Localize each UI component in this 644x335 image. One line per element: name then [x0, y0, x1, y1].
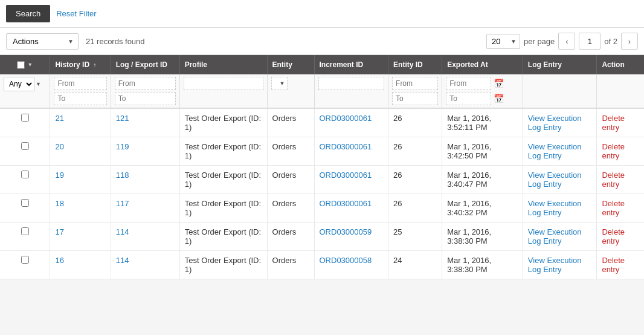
- th-entity-id: Entity ID: [388, 55, 442, 74]
- row-profile: Test Order Export (ID: 1): [179, 137, 267, 166]
- filter-log-from[interactable]: [115, 77, 176, 90]
- increment-id-link[interactable]: ORD03000059: [320, 227, 372, 236]
- filter-entityid-from[interactable]: [392, 77, 438, 90]
- filter-increment-id[interactable]: [318, 77, 385, 90]
- row-entity-id: 26: [388, 137, 442, 166]
- row-checkbox[interactable]: [21, 227, 29, 235]
- page-number-input[interactable]: [579, 33, 601, 50]
- row-log-id: 114: [111, 223, 179, 251]
- master-checkbox[interactable]: [17, 61, 25, 69]
- table-row: 16 114 Test Order Export (ID: 1) Orders …: [0, 251, 644, 279]
- row-entity: Orders: [267, 223, 314, 251]
- search-button[interactable]: Search: [6, 5, 50, 22]
- log-entry-link[interactable]: Log Entry: [528, 123, 562, 132]
- row-log-entry: View Execution Log Entry: [523, 108, 597, 137]
- th-exported-at: Exported At: [442, 55, 523, 74]
- log-entry-link[interactable]: Log Entry: [528, 208, 562, 217]
- view-execution-link[interactable]: View Execution: [528, 142, 582, 151]
- log-id-link[interactable]: 114: [116, 227, 129, 236]
- any-chevron-down-icon: ▼: [36, 81, 41, 87]
- view-execution-link[interactable]: View Execution: [528, 114, 582, 123]
- any-select[interactable]: Any: [4, 77, 34, 91]
- increment-id-link[interactable]: ORD03000061: [320, 142, 372, 151]
- exported-from-calendar-icon[interactable]: 📅: [492, 79, 505, 88]
- row-action: Delete entry: [597, 251, 644, 279]
- row-increment-id: ORD03000061: [314, 194, 388, 223]
- increment-id-link[interactable]: ORD03000058: [320, 256, 372, 265]
- entry-link[interactable]: entry: [602, 236, 619, 246]
- view-execution-link[interactable]: View Execution: [528, 171, 582, 180]
- log-id-link[interactable]: 114: [116, 256, 129, 265]
- filter-history-from[interactable]: [54, 77, 106, 90]
- view-execution-link[interactable]: View Execution: [528, 199, 582, 208]
- row-checkbox[interactable]: [21, 199, 29, 207]
- log-id-link[interactable]: 118: [116, 171, 129, 180]
- delete-link[interactable]: Delete: [602, 114, 625, 123]
- filter-entityid-to[interactable]: [392, 92, 438, 105]
- row-exported-at: Mar 1, 2016, 3:38:30 PM: [442, 251, 523, 279]
- reset-filter-link[interactable]: Reset Filter: [56, 9, 96, 18]
- actions-select[interactable]: Actions: [6, 33, 79, 50]
- log-entry-link[interactable]: Log Entry: [528, 180, 562, 189]
- increment-id-link[interactable]: ORD03000061: [320, 171, 372, 180]
- entry-link[interactable]: entry: [602, 123, 619, 132]
- log-id-link[interactable]: 121: [116, 114, 129, 123]
- row-profile: Test Order Export (ID: 1): [179, 108, 267, 137]
- delete-link[interactable]: Delete: [602, 227, 625, 236]
- row-checkbox-cell: [0, 251, 50, 279]
- filter-exported-cell: 📅 📅: [442, 74, 523, 108]
- delete-link[interactable]: Delete: [602, 256, 625, 265]
- row-entity-id: 26: [388, 108, 442, 137]
- row-exported-at: Mar 1, 2016, 3:52:11 PM: [442, 108, 523, 137]
- increment-id-link[interactable]: ORD03000061: [320, 114, 372, 123]
- per-page-select[interactable]: 203050100: [486, 34, 520, 49]
- row-checkbox-cell: [0, 137, 50, 166]
- entry-link[interactable]: entry: [602, 208, 619, 217]
- next-page-button[interactable]: ›: [621, 33, 638, 50]
- view-execution-link[interactable]: View Execution: [528, 227, 582, 236]
- row-profile: Test Order Export (ID: 1): [179, 223, 267, 251]
- log-entry-link[interactable]: Log Entry: [528, 236, 562, 246]
- log-id-link[interactable]: 119: [116, 142, 129, 151]
- row-checkbox[interactable]: [21, 114, 29, 122]
- row-profile: Test Order Export (ID: 1): [179, 194, 267, 223]
- th-action: Action: [597, 55, 644, 74]
- view-execution-link[interactable]: View Execution: [528, 256, 582, 265]
- entry-link[interactable]: entry: [602, 265, 619, 274]
- row-checkbox[interactable]: [21, 256, 29, 264]
- row-increment-id: ORD03000061: [314, 166, 388, 194]
- row-entity-id: 25: [388, 223, 442, 251]
- log-entry-link[interactable]: Log Entry: [528, 265, 562, 274]
- delete-link[interactable]: Delete: [602, 171, 625, 180]
- row-log-id: 121: [111, 108, 179, 137]
- th-history-id: History ID ↑: [50, 55, 111, 74]
- row-increment-id: ORD03000061: [314, 137, 388, 166]
- filter-profile[interactable]: [184, 77, 263, 90]
- row-action: Delete entry: [597, 194, 644, 223]
- actions-select-wrap: Actions ▼: [6, 33, 79, 50]
- delete-link[interactable]: Delete: [602, 142, 625, 151]
- log-entry-link[interactable]: Log Entry: [528, 151, 562, 160]
- row-checkbox[interactable]: [21, 171, 29, 178]
- log-id-link[interactable]: 117: [116, 199, 129, 208]
- row-exported-at: Mar 1, 2016, 3:38:30 PM: [442, 223, 523, 251]
- th-log-export-id: Log / Export ID: [111, 55, 179, 74]
- entity-filter-select[interactable]: [271, 77, 288, 90]
- increment-id-link[interactable]: ORD03000061: [320, 199, 372, 208]
- filter-log-to[interactable]: [115, 92, 176, 105]
- prev-page-button[interactable]: ‹: [558, 33, 575, 50]
- entry-link[interactable]: entry: [602, 180, 619, 189]
- row-checkbox[interactable]: [21, 142, 29, 150]
- exported-to-calendar-icon[interactable]: 📅: [492, 94, 505, 103]
- table-row: 21 121 Test Order Export (ID: 1) Orders …: [0, 108, 644, 137]
- row-checkbox-cell: [0, 166, 50, 194]
- filter-log-cell: [111, 74, 179, 108]
- filter-history-to[interactable]: [54, 92, 106, 105]
- toolbar: Actions ▼ 21 records found 203050100 ▼ p…: [0, 28, 644, 55]
- delete-link[interactable]: Delete: [602, 199, 625, 208]
- entry-link[interactable]: entry: [602, 151, 619, 160]
- row-log-id: 118: [111, 166, 179, 194]
- filter-exported-to[interactable]: [446, 92, 491, 105]
- filter-exported-from[interactable]: [446, 77, 491, 90]
- filter-action-cell: [597, 74, 644, 108]
